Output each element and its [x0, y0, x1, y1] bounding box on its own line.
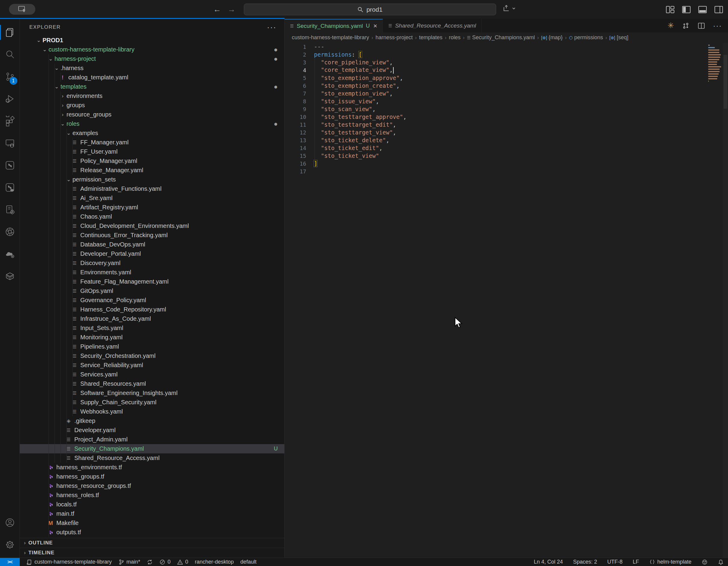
activity-account-icon[interactable] [0, 511, 20, 534]
tree-item-file[interactable]: ☰Database_DevOps.yaml [20, 240, 284, 249]
tree-item-file[interactable]: outputs.tf [20, 528, 284, 537]
tree-item-file[interactable]: ◈.gitkeep [20, 416, 284, 425]
tree-item-file[interactable]: ☰Policy_Manager.yaml [20, 156, 284, 166]
tree-item-folder[interactable]: ⌄permission_sets [20, 175, 284, 184]
status-item-bell[interactable] [718, 559, 724, 565]
tree-item-file[interactable]: ☰Pipelines.yaml [20, 342, 284, 351]
tree-item-file[interactable]: harness_environments.tf [20, 463, 284, 472]
tree-item-file[interactable]: ☰Shared_Resource_Access.yaml [20, 453, 284, 463]
activity-terraform-icon[interactable] [0, 154, 20, 176]
code-line[interactable]: 4 "core_template_view", [285, 66, 728, 74]
split-editor-icon[interactable] [697, 22, 705, 30]
code-line[interactable]: 16] [285, 160, 728, 168]
status-item-feedback[interactable] [702, 559, 708, 565]
code-editor[interactable]: 1---2permissions: [3 "core_pipeline_view… [285, 43, 728, 558]
toggle-panel-icon[interactable] [698, 5, 707, 14]
tree-item-folder[interactable]: ⌄harness-project● [20, 54, 284, 64]
tree-item-file[interactable]: ☰Discovery.yaml [20, 259, 284, 268]
tree-item-file[interactable]: ☰Monitoring.yaml [20, 333, 284, 342]
tree-item-file[interactable]: ☰Input_Sets.yaml [20, 323, 284, 333]
tree-item-file[interactable]: ☰Environments.yaml [20, 268, 284, 277]
tree-item-file[interactable]: ☰Continuous_Error_Tracking.yaml [20, 231, 284, 240]
breadcrumb-item[interactable]: ⬡permissions [569, 34, 603, 41]
tree-item-file[interactable]: ☰Governance_Policy.yaml [20, 295, 284, 305]
tree-item-file[interactable]: ☰Security_Champions.yamlU [20, 444, 284, 453]
tree-item-file[interactable]: ☰FF_Manager.yaml [20, 138, 284, 147]
code-line[interactable]: 9 "sto_scan_view", [285, 105, 728, 113]
sidebar-section-timeline[interactable]: ›TIMELINE [20, 548, 284, 558]
activity-remote-explorer-icon[interactable] [0, 132, 20, 154]
editor-tab[interactable]: ☰Shared_Resource_Access.yaml [383, 19, 482, 32]
activity-settings-gear-icon[interactable] [0, 534, 20, 556]
code-line[interactable]: 11 "sto_testtarget_edit", [285, 121, 728, 129]
code-line[interactable]: 3 "core_pipeline_view", [285, 58, 728, 66]
layout-grid-icon[interactable] [666, 5, 675, 14]
code-line[interactable]: 8 "sto_issue_view", [285, 97, 728, 105]
code-line[interactable]: 12 "sto_testtarget_view", [285, 129, 728, 136]
tree-item-folder[interactable]: ›groups [20, 101, 284, 110]
tree-item-file[interactable]: ☰Supply_Chain_Security.yaml [20, 398, 284, 407]
tree-item-folder[interactable]: ⌄custom-harness-template-library● [20, 45, 284, 54]
status-item-branch[interactable]: main* [118, 559, 140, 565]
tree-item-file[interactable]: ☰GitOps.yaml [20, 286, 284, 295]
status-item-sync[interactable] [147, 559, 153, 565]
status-item-warning[interactable]: 0 [177, 559, 188, 565]
status-item[interactable]: Ln 4, Col 24 [534, 559, 563, 565]
minimap[interactable] [708, 45, 721, 85]
editor-tab[interactable]: ☰Security_Champions.yamlU× [285, 19, 383, 32]
status-item[interactable]: default [240, 559, 256, 565]
status-item[interactable]: rancher-desktop [195, 559, 234, 565]
status-item-error[interactable]: 0 [159, 559, 170, 565]
tree-item-file[interactable]: ☰Administrative_Functions.yaml [20, 184, 284, 194]
tree-item-file[interactable]: main.tf [20, 509, 284, 518]
nav-forward-button[interactable]: → [228, 5, 235, 14]
tree-item-file[interactable]: locals.tf [20, 500, 284, 509]
tree-item-file[interactable]: ☰Chaos.yaml [20, 212, 284, 221]
tree-item-folder[interactable]: ›resource_groups [20, 110, 284, 119]
editor-scrollbar[interactable] [723, 43, 728, 558]
status-item-braces[interactable]: helm-template [649, 559, 691, 565]
code-line[interactable]: 1--- [285, 43, 728, 51]
sidebar-section-outline[interactable]: ›OUTLINE [20, 538, 284, 548]
nav-back-button[interactable]: ← [213, 5, 221, 14]
tree-item-file[interactable]: ☰Infrastruce_As_Code.yaml [20, 314, 284, 323]
tree-item-file[interactable]: ☰Developer.yaml [20, 425, 284, 435]
toggle-secondary-sidebar-icon[interactable] [714, 5, 723, 14]
remote-indicator[interactable]: >< [0, 558, 20, 566]
activity-search-icon[interactable] [0, 43, 20, 66]
tree-item-file[interactable]: ☰Software_Engineering_Insights.yaml [20, 388, 284, 398]
code-line[interactable]: 2permissions: [ [285, 51, 728, 58]
tree-item-file[interactable]: ☰Artifact_Registry.yaml [20, 203, 284, 212]
tree-item-folder[interactable]: ›environments [20, 91, 284, 101]
extension-star-icon[interactable]: ✳ [667, 21, 674, 30]
tree-item-folder[interactable]: ⌄.harness [20, 64, 284, 73]
tree-item-file[interactable]: ☰Service_Reliability.yaml [20, 360, 284, 370]
breadcrumb-item[interactable]: [⊚]{map} [541, 34, 563, 41]
activity-kubernetes-icon[interactable] [0, 221, 20, 243]
activity-run-debug-icon[interactable] [0, 88, 20, 110]
code-line[interactable]: 13 "sto_ticket_delete", [285, 136, 728, 144]
status-item-repo[interactable]: custom-harness-template-library [26, 559, 112, 565]
breadcrumb-item[interactable]: roles [449, 34, 460, 41]
tree-item-file[interactable]: MMakefile [20, 518, 284, 528]
tree-item-folder[interactable]: ⌄roles● [20, 119, 284, 129]
tree-item-file[interactable]: harness_groups.tf [20, 472, 284, 481]
tree-item-folder[interactable]: ⌄examples [20, 129, 284, 138]
code-line[interactable]: 17 [285, 168, 728, 175]
tree-item-folder[interactable]: ⌄templates● [20, 82, 284, 91]
tree-item-file[interactable]: ☰Security_Orchestration.yaml [20, 351, 284, 360]
breadcrumb-item[interactable]: ☰Security_Champions.yaml [467, 34, 535, 41]
code-line[interactable]: 15 "sto_ticket_view" [285, 152, 728, 160]
explorer-more-actions-icon[interactable]: ··· [267, 23, 277, 32]
tree-item-file[interactable]: ☰Services.yaml [20, 370, 284, 379]
breadcrumb-item[interactable]: custom-harness-template-library [292, 34, 369, 41]
activity-terraform-cloud-icon[interactable] [0, 176, 20, 199]
open-changes-icon[interactable] [682, 22, 690, 30]
layout-control-button[interactable] [502, 4, 516, 13]
activity-cloud-provider-icon[interactable] [0, 243, 20, 265]
activity-source-control-icon[interactable]: 1 [0, 66, 20, 88]
tree-item-file[interactable]: ☰Project_Admin.yaml [20, 435, 284, 444]
breadcrumb-item[interactable]: templates [419, 34, 442, 41]
tree-item-file[interactable]: ☰Ai_Sre.yaml [20, 194, 284, 203]
tree-item-file[interactable]: harness_roles.tf [20, 490, 284, 500]
